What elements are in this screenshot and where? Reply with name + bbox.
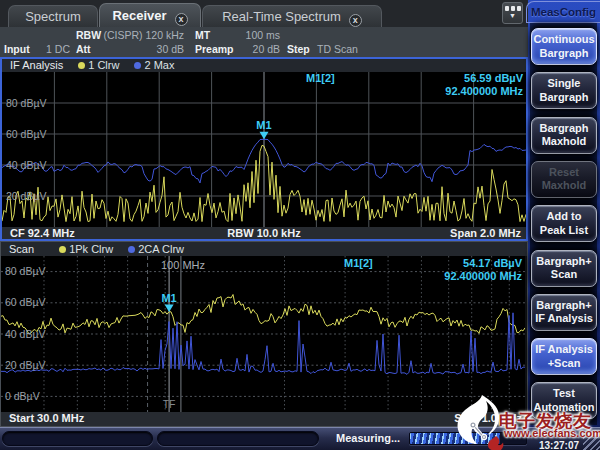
softkey-label: Bargraph+ Scan — [534, 255, 594, 282]
setting-step[interactable]: Step TD Scan — [287, 42, 397, 56]
softkey-label: Add to Peak List — [534, 210, 594, 237]
scan-marker-ref: M1[2] — [344, 257, 373, 269]
tab-overflow-button[interactable]: ▼ — [502, 2, 523, 24]
status-segment-2 — [157, 431, 319, 446]
trace2-legend-dot-icon — [128, 246, 135, 253]
scan-marker-freq: 92.400000 MHz — [444, 270, 522, 283]
tab-spectrum[interactable]: Spectrum — [8, 5, 98, 27]
tab-receiver[interactable]: Receiverx — [99, 3, 201, 27]
svg-text:0 dBµV: 0 dBµV — [5, 390, 40, 402]
setting-input-value: 1 DC — [46, 42, 70, 56]
tab-spectrum-label: Spectrum — [25, 9, 81, 24]
watermark-red-mark-icon — [484, 436, 506, 450]
setting-mt-label: MT — [195, 28, 210, 42]
if-trace2-legend: 2 Max — [144, 59, 174, 71]
scan-trace2-legend: 2CA Clrw — [138, 243, 184, 255]
tab-realtime-spectrum[interactable]: Real-Time Spectrumx — [202, 5, 382, 27]
if-marker-readout: 56.59 dBµV 92.400000 MHz — [445, 72, 523, 98]
tab-realtime-spectrum-label: Real-Time Spectrum — [222, 9, 341, 24]
tab-realtime-spectrum-close-icon[interactable]: x — [349, 14, 362, 27]
if-marker-ref: M1[2] — [306, 72, 335, 84]
setting-input[interactable]: Input 1 DC — [4, 42, 70, 56]
softkey-label: Continuous Bargraph — [533, 33, 594, 60]
scan-marker-readout: 54.17 dBµV 92.400000 MHz — [444, 257, 522, 283]
scan-titlebar: Scan 1Pk Clrw 2CA Clrw — [1, 242, 527, 256]
setting-att-label: Att — [76, 42, 91, 56]
scan-start-label[interactable]: Start 30.0 MHz — [9, 412, 84, 425]
softkey-label: Bargraph+ IF Analysis — [534, 299, 594, 326]
if-span-label[interactable]: Span 2.0 MHz — [450, 227, 521, 239]
setting-rbw[interactable]: RBW (CISPR) 120 kHz — [76, 28, 184, 42]
svg-text:40 dBµV: 40 dBµV — [5, 328, 46, 340]
svg-text:60 dBµV: 60 dBµV — [5, 296, 46, 308]
tab-receiver-close-icon[interactable]: x — [175, 13, 188, 26]
setting-preamp[interactable]: Preamp 20 dB — [195, 42, 280, 56]
status-measuring-label: Measuring... — [336, 432, 400, 444]
softkey-sidebar: MeasConfig Continuous BargraphSingle Bar… — [528, 0, 600, 427]
trace1-legend-dot-icon — [78, 62, 85, 69]
setting-preamp-value: 20 dB — [253, 42, 280, 56]
setting-mt[interactable]: MT 100 ms — [195, 28, 280, 42]
scan-100mhz-label: 100 MHz — [161, 259, 205, 271]
svg-text:M1: M1 — [161, 292, 176, 304]
trace2-legend-dot-icon — [134, 62, 141, 69]
softkey-label: Bargraph Maxhold — [534, 122, 594, 149]
svg-text:60 dBµV: 60 dBµV — [6, 128, 47, 140]
if-analysis-title: IF Analysis — [10, 59, 63, 71]
status-clock: 13:27:07 — [539, 440, 579, 450]
setting-att[interactable]: Att 30 dB — [76, 42, 184, 56]
svg-text:20 dBµV: 20 dBµV — [6, 190, 47, 202]
scan-trace1-legend: 1Pk Clrw — [69, 243, 113, 255]
svg-text:M1: M1 — [256, 119, 271, 131]
softkey-continuous-bargraph[interactable]: Continuous Bargraph — [531, 28, 597, 65]
softkey-reset-maxhold: Reset Maxhold — [531, 161, 597, 198]
instrument-screen: Spectrum Receiverx Real-Time Spectrumx ▼… — [0, 0, 600, 450]
setting-step-value: TD Scan — [317, 42, 358, 56]
if-analysis-plot[interactable]: 80 dBµV60 dBµV40 dBµV20 dBµVM1 M1[2] 56.… — [2, 72, 526, 227]
softkey-bargraph-maxhold[interactable]: Bargraph Maxhold — [531, 117, 597, 154]
if-marker-level: 56.59 dBµV — [445, 72, 523, 85]
if-analysis-window[interactable]: IF Analysis 1 Clrw 2 Max 80 dBµV60 dBµV4… — [0, 57, 528, 241]
svg-text:80 dBµV: 80 dBµV — [5, 265, 46, 277]
setting-att-value: 30 dB — [157, 42, 184, 56]
setting-rbw-value: (CISPR) 120 kHz — [103, 28, 184, 42]
softkey-menu-title: MeasConfig — [526, 1, 600, 23]
softkey-label: Single Bargraph — [534, 77, 594, 104]
watermark-site-text: www.elecfans.com — [504, 427, 600, 439]
scan-footerbar: Start 30.0 MHz Stop 1.0 GHz — [1, 412, 527, 426]
setting-mt-value: 100 ms — [246, 28, 280, 42]
tab-bar: Spectrum Receiverx Real-Time Spectrumx ▼ — [0, 0, 528, 27]
if-trace1-legend: 1 Clrw — [88, 59, 119, 71]
setting-rbw-label: RBW — [76, 28, 101, 42]
scan-plot[interactable]: 80 dBµV60 dBµV40 dBµV20 dBµV0 dBµVTFM1 1… — [1, 256, 525, 412]
svg-text:80 dBµV: 80 dBµV — [6, 97, 47, 109]
softkey-bargraph-scan[interactable]: Bargraph+ Scan — [531, 250, 597, 287]
trace1-legend-dot-icon — [59, 246, 66, 253]
svg-text:TF: TF — [163, 398, 176, 410]
svg-text:20 dBµV: 20 dBµV — [5, 359, 46, 371]
setting-step-label: Step — [287, 42, 310, 56]
setting-input-label: Input — [4, 42, 30, 56]
if-rbw-label[interactable]: RBW 10.0 kHz — [2, 227, 526, 239]
settings-header: Input 1 DC RBW (CISPR) 120 kHz Att 30 dB… — [0, 27, 528, 57]
softkey-bargraph-if-analysis[interactable]: Bargraph+ IF Analysis — [531, 294, 597, 331]
if-analysis-titlebar: IF Analysis 1 Clrw 2 Max — [2, 59, 526, 72]
softkey-add-to-peak-list[interactable]: Add to Peak List — [531, 205, 597, 242]
setting-preamp-label: Preamp — [195, 42, 234, 56]
svg-text:40 dBµV: 40 dBµV — [6, 159, 47, 171]
tab-receiver-label: Receiver — [112, 8, 166, 23]
chevron-down-icon: ▼ — [503, 12, 522, 20]
softkey-if-analysis-scan[interactable]: IF Analysis +Scan — [531, 338, 597, 375]
softkey-single-bargraph[interactable]: Single Bargraph — [531, 72, 597, 109]
scan-title: Scan — [9, 243, 34, 255]
softkey-label: IF Analysis +Scan — [534, 343, 594, 370]
softkey-label: Reset Maxhold — [534, 166, 594, 193]
scan-marker-level: 54.17 dBµV — [444, 257, 522, 270]
if-analysis-footerbar: CF 92.4 MHz RBW 10.0 kHz Span 2.0 MHz — [2, 227, 526, 239]
if-marker-freq: 92.400000 MHz — [445, 85, 523, 98]
status-segment-1 — [2, 431, 153, 446]
scan-window[interactable]: Scan 1Pk Clrw 2CA Clrw 80 dBµV60 dBµV40 … — [0, 241, 528, 427]
